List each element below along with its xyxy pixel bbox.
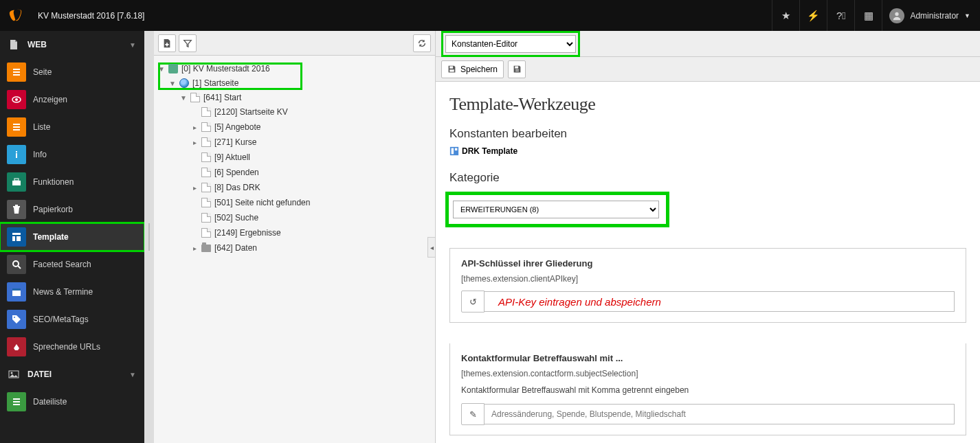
svg-rect-10 (16, 153, 17, 158)
list-icon (7, 117, 26, 137)
svg-rect-8 (13, 129, 20, 130)
save-close-button[interactable] (508, 60, 526, 78)
tree-node[interactable]: ▼ [641] Start (180, 91, 431, 104)
svg-rect-14 (12, 236, 15, 241)
svg-rect-7 (13, 126, 20, 128)
caret-down-icon: ▼ (129, 41, 136, 49)
module-info[interactable]: Info (0, 141, 144, 168)
typo3-logo[interactable] (0, 0, 31, 31)
tree-node[interactable]: ▸[8] Das DRK (191, 181, 431, 194)
module-filelist[interactable]: Dateiliste (0, 388, 144, 416)
tree-node[interactable]: [9] Aktuell (191, 150, 431, 164)
annotation-text: API-Key eintragen und abspeichern (491, 296, 661, 308)
page-icon (190, 92, 201, 103)
svg-rect-13 (12, 233, 21, 235)
trash-icon (7, 200, 26, 219)
module-group-file[interactable]: DATEI ▼ (0, 361, 144, 388)
avatar-icon (889, 8, 904, 23)
tree-node[interactable]: [2120] Startseite KV (191, 105, 431, 119)
expand-icon[interactable]: ▸ (191, 124, 198, 131)
svg-rect-27 (449, 69, 454, 71)
tree-node[interactable]: ▸[271] Kurse (191, 135, 431, 149)
tree-node[interactable]: [502] Suche (191, 211, 431, 225)
svg-point-20 (14, 317, 15, 318)
template-icon (449, 146, 459, 156)
new-page-button[interactable] (158, 34, 176, 52)
refresh-button[interactable] (413, 34, 431, 52)
top-bar: KV Musterstadt 2016 [7.6.18] ★ ⚡ ?⃝ ▦ Ad… (0, 0, 980, 31)
api-key-input[interactable]: API-Key eintragen und abspeichern (485, 291, 955, 312)
svg-point-0 (895, 12, 899, 15)
tree-node[interactable]: [6] Spenden (191, 166, 431, 179)
svg-rect-1 (13, 69, 20, 70)
svg-rect-32 (452, 148, 454, 155)
module-view[interactable]: Anzeigen (0, 86, 144, 113)
tree-node-startseite[interactable]: ▼ [1] Startseite (169, 76, 431, 90)
module-template[interactable]: Template (0, 223, 144, 251)
collapse-icon[interactable]: ▼ (169, 80, 176, 87)
module-group-web[interactable]: WEB ▼ (0, 31, 144, 58)
svg-rect-9 (16, 151, 17, 152)
page-icon (201, 167, 212, 178)
tree-root[interactable]: ▼ [0] KV Musterstadt 2016 (158, 62, 431, 76)
module-list[interactable]: Liste (0, 113, 144, 141)
svg-line-17 (18, 266, 21, 269)
content-toolbar: Konstanten-Editor (436, 31, 980, 57)
user-label: Administrator (910, 11, 959, 21)
folder-icon (201, 242, 212, 253)
expand-icon[interactable]: ▸ (191, 184, 198, 192)
svg-rect-24 (13, 401, 20, 402)
svg-rect-3 (13, 74, 20, 76)
tree-node[interactable]: ▸[642] Daten (191, 241, 431, 255)
expand-icon[interactable]: ▸ (191, 139, 198, 146)
tree-node[interactable]: [501] Seite nicht gefunden (191, 196, 431, 209)
eye-icon (7, 90, 26, 109)
field-title: API-Schlüssel ihrer Gliederung (461, 258, 955, 269)
collapse-icon[interactable]: ▼ (158, 65, 165, 73)
tree-node[interactable]: ▸[5] Angebote (191, 120, 431, 134)
module-faceted-search[interactable]: Faceted Search (0, 251, 144, 278)
globe-icon (179, 78, 190, 89)
caret-down-icon: ▼ (129, 371, 136, 378)
module-seo[interactable]: SEO/MetaTags (0, 306, 144, 333)
save-button[interactable]: Speichern (441, 60, 504, 78)
user-menu[interactable]: Administrator ▼ (882, 0, 980, 31)
flash-icon[interactable]: ⚡ (799, 0, 827, 31)
module-page[interactable]: Seite (0, 58, 144, 86)
tree-node[interactable]: [2149] Ergebnisse (191, 226, 431, 240)
svg-rect-6 (13, 124, 20, 125)
page-icon (201, 122, 212, 133)
contact-subject-input[interactable] (485, 404, 955, 424)
field-path: [themes.extension.contactform.subjectSel… (461, 369, 955, 378)
edit-button[interactable]: ✎ (461, 403, 485, 425)
site-icon (168, 63, 179, 74)
bookmark-icon[interactable]: ★ (772, 0, 799, 31)
revert-button[interactable]: ↺ (461, 291, 485, 313)
category-label: Kategorie (449, 171, 966, 185)
module-functions[interactable]: Funktionen (0, 168, 144, 196)
save-icon (447, 65, 456, 73)
collapse-tree-button[interactable]: ◂ (427, 237, 436, 258)
filter-button[interactable] (179, 34, 197, 52)
toolbox-icon (7, 172, 26, 192)
image-icon (8, 369, 27, 380)
svg-point-5 (15, 98, 18, 101)
category-select[interactable]: ERWEITERUNGEN (8) (453, 201, 659, 218)
module-news[interactable]: News & Termine (0, 278, 144, 306)
file-icon (8, 39, 27, 50)
module-urls[interactable]: Sprechende URLs (0, 333, 144, 361)
page-icon (201, 152, 212, 163)
caret-down-icon: ▼ (964, 12, 970, 19)
svg-rect-26 (449, 66, 453, 68)
info-icon (7, 145, 26, 164)
expand-icon[interactable]: ▸ (191, 245, 198, 252)
filelist-icon (7, 392, 26, 411)
page-icon (7, 63, 26, 82)
splitter[interactable] (144, 31, 154, 443)
app-icon[interactable]: ▦ (854, 0, 882, 31)
highlight-marker: Konstanten-Editor (441, 31, 580, 57)
collapse-icon[interactable]: ▼ (180, 94, 187, 102)
help-icon[interactable]: ?⃝ (827, 0, 854, 31)
editor-mode-select[interactable]: Konstanten-Editor (445, 35, 576, 53)
module-recycler[interactable]: Papierkorb (0, 196, 144, 223)
